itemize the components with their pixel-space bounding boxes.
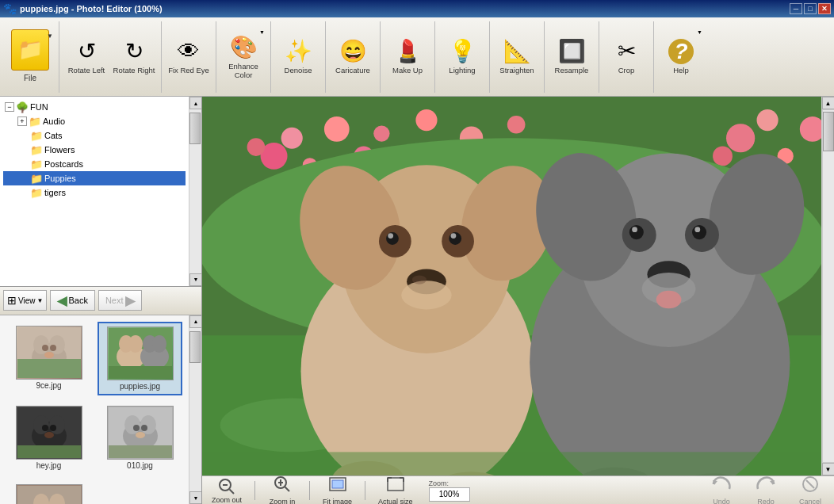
redo-button[interactable]: Redo <box>748 473 783 504</box>
denoise-button[interactable]: ✨ Denoise <box>274 25 322 89</box>
help-button[interactable]: ? Help ▼ <box>657 25 705 89</box>
tree-scroll-track[interactable] <box>189 109 201 273</box>
tree-item-audio[interactable]: + 📁 Audio <box>3 114 186 128</box>
image-scroll-thumb[interactable] <box>823 112 834 151</box>
thumb-scroll-up[interactable]: ▲ <box>189 315 201 328</box>
cancel-button[interactable]: Cancel <box>793 473 828 504</box>
rotate-right-button[interactable]: ↻ Rotate Right <box>110 25 158 89</box>
thumb-scroll-down[interactable]: ▼ <box>189 491 201 504</box>
makeup-icon: 💄 <box>394 38 422 64</box>
svg-point-50 <box>713 146 733 166</box>
tree-area: − 🌳 FUN + 📁 Audio <box>0 97 201 287</box>
tree-item-flowers[interactable]: 📁 Flowers <box>3 143 186 157</box>
cancel-svg <box>799 475 821 494</box>
thumbnail-puppies[interactable]: puppies.jpg <box>98 322 182 395</box>
main-area: − 🌳 FUN + 📁 Audio <box>0 97 834 504</box>
svg-point-20 <box>42 425 48 431</box>
svg-point-68 <box>401 281 451 309</box>
crop-button[interactable]: ✂ Crop <box>603 25 650 89</box>
back-button[interactable]: ◀ Back <box>50 290 94 311</box>
fix-redeye-icon: 👁 <box>178 38 200 64</box>
minimize-button[interactable]: ─ <box>790 3 802 14</box>
nav-bar: ⊞ View ▼ ◀ Back Next ▶ <box>0 287 201 315</box>
tigers-folder-icon: 📁 <box>30 187 43 199</box>
thumb-scroll-track[interactable] <box>189 328 201 492</box>
fix-redeye-button[interactable]: 👁 Fix Red Eye <box>165 25 212 89</box>
file-button[interactable]: 📁 ▼ File <box>5 25 55 89</box>
view-grid-icon: ⊞ <box>7 294 17 307</box>
thumbnail-vertical-scrollbar: ▲ ▼ <box>189 315 201 505</box>
title-bar: 🐾 puppies.jpg - Photo! Editor (100%) ─ □… <box>0 0 834 17</box>
caricature-button[interactable]: 😄 Caricature <box>329 25 377 89</box>
zoom-out-label: Zoom out <box>212 496 242 504</box>
svg-point-83 <box>656 291 682 309</box>
svg-point-45 <box>373 125 389 141</box>
actual-size-label: Actual size <box>378 498 413 504</box>
flowers-label: Flowers <box>44 145 75 155</box>
enhance-color-button[interactable]: 🎨 EnhanceColor ▼ <box>220 25 267 89</box>
enhance-color-group: 🎨 EnhanceColor ▼ <box>216 21 271 93</box>
tree-scroll-up[interactable]: ▲ <box>189 97 201 109</box>
tree-item-puppies[interactable]: 📁 Puppies <box>3 171 186 185</box>
image-scroll-up[interactable]: ▲ <box>822 97 835 109</box>
straighten-icon: 📐 <box>503 38 531 64</box>
cancel-label: Cancel <box>799 498 821 504</box>
audio-toggle[interactable]: + <box>17 116 27 126</box>
flowers-folder-icon: 📁 <box>30 144 43 156</box>
view-label: View <box>18 296 36 305</box>
image-scroll-track[interactable] <box>822 109 835 463</box>
svg-rect-23 <box>17 445 81 458</box>
maximize-button[interactable]: □ <box>804 3 817 14</box>
thumbnails-area[interactable]: 9ce.jpg <box>0 315 189 505</box>
next-arrow-icon: ▶ <box>125 293 135 308</box>
fit-image-button[interactable]: Fit image <box>319 473 355 504</box>
tree-item-tigers[interactable]: 📁 tigers <box>3 185 186 200</box>
svg-point-79 <box>632 227 637 232</box>
fun-toggle[interactable]: − <box>5 102 14 112</box>
tree-item-cats[interactable]: 📁 Cats <box>3 128 186 143</box>
lighting-button[interactable]: 💡 Lighting <box>438 25 486 89</box>
redo-icon <box>755 475 777 498</box>
back-label: Back <box>68 296 87 305</box>
thumb-label-hey: hey.jpg <box>36 461 62 470</box>
straighten-button[interactable]: 📐 Straighten <box>493 25 541 89</box>
thumb-img-puppies <box>107 326 174 380</box>
svg-point-22 <box>44 432 54 438</box>
thumbnail-010[interactable]: 010.jpg <box>98 402 182 474</box>
actual-size-button[interactable]: Actual size <box>375 473 416 504</box>
thumb-scroll-thumb[interactable] <box>189 331 201 363</box>
next-button[interactable]: Next ▶ <box>98 290 142 311</box>
enhance-dropdown-arrow: ▼ <box>259 29 265 35</box>
caricature-label: Caricature <box>335 66 370 74</box>
tree-item-fun[interactable]: − 🌳 FUN <box>3 100 186 114</box>
svg-point-3 <box>49 335 65 354</box>
svg-point-18 <box>33 415 49 434</box>
thumbnail-extra[interactable] <box>6 480 91 505</box>
denoise-icon: ✨ <box>285 38 312 64</box>
thumbnail-hey[interactable]: hey.jpg <box>6 402 91 474</box>
tree-item-postcards[interactable]: 📁 Postcards <box>3 157 186 171</box>
svg-line-94 <box>285 487 290 492</box>
file-tree: − 🌳 FUN + 📁 Audio <box>0 97 189 203</box>
undo-button[interactable]: Undo <box>704 473 739 504</box>
zoom-label: Zoom: <box>429 479 470 487</box>
tree-scroll-thumb[interactable] <box>189 113 201 144</box>
app-icon: 🐾 <box>3 2 17 15</box>
thumbnail-9ce[interactable]: 9ce.jpg <box>6 322 91 395</box>
zoom-out-button[interactable]: Zoom out <box>208 475 245 505</box>
zoom-input[interactable] <box>429 487 470 502</box>
rotate-right-icon: ↻ <box>125 38 143 64</box>
makeup-button[interactable]: 💄 Make Up <box>384 25 431 89</box>
tree-scrollable[interactable]: − 🌳 FUN + 📁 Audio <box>0 97 189 286</box>
tree-scroll-down[interactable]: ▼ <box>189 273 201 286</box>
resample-button[interactable]: 🔲 Resample <box>548 25 595 89</box>
svg-point-41 <box>324 116 350 142</box>
postcards-folder-icon: 📁 <box>30 158 43 170</box>
svg-point-44 <box>415 109 437 131</box>
rotate-left-button[interactable]: ↺ Rotate Left <box>63 25 110 89</box>
file-label: File <box>24 74 36 82</box>
tree-vertical-scrollbar: ▲ ▼ <box>189 97 201 286</box>
zoom-in-button[interactable]: Zoom in <box>265 473 300 504</box>
view-button[interactable]: ⊞ View ▼ <box>3 290 47 311</box>
close-button[interactable]: ✕ <box>818 3 831 14</box>
